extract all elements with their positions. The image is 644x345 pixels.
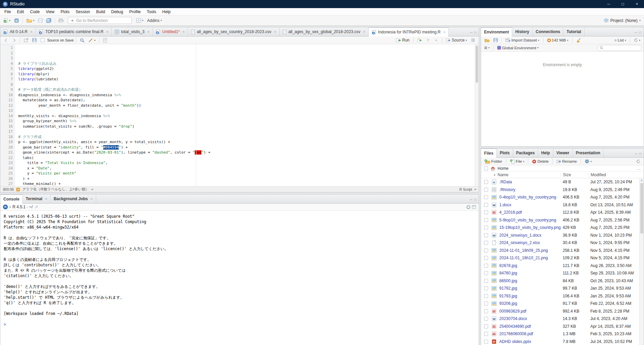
file-name-link[interactable]: PDF201766060008.pdf (491, 331, 561, 336)
close-tab-icon[interactable]: × (30, 30, 32, 34)
clear-objects-button[interactable] (575, 37, 582, 44)
console-tab-background-jobs[interactable]: Background Jobs× (51, 194, 96, 203)
file-type-selector[interactable]: R Script (459, 187, 472, 191)
compile-report-button[interactable] (102, 37, 108, 44)
goto-file-input[interactable]: Go to file/function (68, 17, 132, 24)
new-folder-button[interactable]: Folder (483, 158, 504, 165)
source-button[interactable]: Source ▾ (445, 37, 468, 44)
close-tab-icon[interactable]: × (45, 197, 47, 201)
new-blank-file-button[interactable]: File ▾ (509, 158, 526, 165)
environment-tab-connections[interactable]: Connections (533, 27, 564, 36)
editor-scrollbar-thumb[interactable] (476, 46, 478, 83)
select-all-checkbox[interactable] (484, 166, 488, 170)
files-tab-viewer[interactable]: Viewer (553, 149, 572, 157)
path-home-link[interactable]: Home (498, 166, 508, 171)
pane-minimize-icon[interactable]: ─ (470, 31, 472, 34)
file-row[interactable]: 91793.jpg106.4 KBJan 25, 2024, 9:53 AM (481, 292, 639, 300)
console-tab-console[interactable]: Console (0, 194, 23, 204)
file-row[interactable]: 91792.jpg99.7 KBJan 25, 2024, 9:53 AM (481, 285, 639, 292)
environment-tab-environment[interactable]: Environment (481, 27, 512, 36)
file-name-link[interactable]: PADHD slides.pptx (491, 339, 561, 344)
file-checkbox[interactable] (484, 195, 488, 199)
files-tab-plots[interactable]: Plots (497, 149, 513, 157)
file-name-link[interactable]: 2024-11-01_16h10_21.png (491, 256, 561, 260)
file-name-link[interactable]: 5-9top10_visits_by_country.png (491, 218, 561, 222)
console-maximize-icon[interactable] (472, 205, 476, 209)
file-row[interactable]: .Rhistory19.8 KBAug 9, 2025, 2:49 PM (481, 186, 639, 194)
menu-debug[interactable]: Debug (108, 8, 126, 15)
editor-tab[interactable]: all_ages_by_sex_country_2018-2023.csv× (188, 27, 279, 36)
rerun-button[interactable] (416, 37, 423, 43)
menu-edit[interactable]: Edit (14, 8, 27, 15)
env-language-selector[interactable]: R ▾ (483, 45, 491, 51)
file-name-link[interactable]: 0-4top10_visits_by_country.png (491, 195, 561, 200)
close-tab-icon[interactable]: × (443, 30, 445, 34)
file-row[interactable]: 2024_sinseisyo_2.xlsx30.4 KBNov 1, 2024,… (481, 239, 639, 247)
environment-tab-history[interactable]: History (512, 27, 532, 36)
file-name-link[interactable]: 84760.jpg (491, 271, 561, 275)
file-row[interactable]: PDF25400434690.pdf327 KBApr 14, 2025, 8:… (481, 323, 639, 330)
environment-search-input[interactable] (597, 45, 642, 51)
path-more-icon[interactable]: ... (637, 166, 641, 171)
file-checkbox[interactable] (484, 210, 488, 214)
file-row[interactable]: R.RData49 BJul 27, 2025, 10:24 PM (481, 178, 639, 186)
code-editor[interactable]: # ライブラリ読み込みlibrary(ggplot2)library(dplyr… (15, 44, 479, 186)
file-row[interactable]: W20230704.docx14.3 KBJul 4, 2023, 4:20 A… (481, 315, 639, 323)
file-row[interactable]: W1.docx18.8 KBOct 13, 2024, 10:51 AM (481, 201, 639, 209)
menu-code[interactable]: Code (27, 8, 43, 15)
close-tab-icon[interactable]: × (106, 30, 108, 34)
editor-tab[interactable]: RTOP10 pediatric combine final.R× (36, 27, 112, 36)
close-tab-icon[interactable]: × (274, 30, 276, 34)
column-name[interactable]: ▲Name (491, 172, 561, 177)
menu-profile[interactable]: Profile (126, 8, 144, 15)
close-tab-icon[interactable]: × (363, 30, 365, 34)
file-name-link[interactable]: 91793.jpg (491, 294, 561, 298)
env-load-workspace-button[interactable] (483, 37, 491, 43)
file-checkbox[interactable] (484, 248, 488, 253)
go-next-section-icon[interactable] (433, 37, 440, 43)
files-more-button[interactable]: ▾ (583, 158, 593, 165)
editor-tab[interactable]: RUntitled1*× (153, 27, 188, 36)
editor-tab[interactable]: total_visits_3× (112, 27, 153, 36)
pane-maximize-icon[interactable]: □ (639, 31, 641, 34)
file-checkbox[interactable] (484, 233, 488, 237)
env-save-workspace-button[interactable] (492, 37, 499, 43)
file-row[interactable]: W2024_sinseisyo_1.docx36.9 KBNov 1, 2024… (481, 232, 639, 239)
file-row[interactable]: PDF000963629.pdf992.4 KBFeb 8, 2025, 2:2… (481, 308, 639, 315)
file-row[interactable]: PDF201766060008.pdf1.3 MBFeb 3, 2025, 10… (481, 330, 639, 338)
pane-layout-button[interactable]: ▾ (135, 17, 145, 24)
menu-file[interactable]: File (1, 8, 14, 15)
files-scrollbar-thumb[interactable] (640, 183, 643, 234)
close-tab-icon[interactable]: × (183, 30, 185, 34)
file-row[interactable]: 0-4top10_visits_by_country.png406.5 KBAu… (481, 193, 639, 201)
file-name-link[interactable]: 86500.jpg (491, 278, 561, 283)
file-name-link[interactable]: W2024_sinseisyo_1.docx (491, 233, 561, 238)
files-scrollbar[interactable]: ▲ ▼ (639, 178, 644, 345)
r-version-icon[interactable]: R (3, 205, 8, 209)
file-name-link[interactable]: .Rhistory (491, 187, 561, 192)
editor-scrollbar[interactable] (475, 44, 479, 186)
save-doc-button[interactable] (31, 37, 38, 43)
menu-view[interactable]: View (43, 8, 58, 15)
file-name-link[interactable]: PDF25400434690.pdf (491, 324, 561, 329)
file-name-link[interactable]: 82678.jpg (491, 263, 561, 268)
file-name-link[interactable]: 2024-11-01_16h09_25.png (491, 248, 561, 253)
import-dataset-button[interactable]: Import Dataset ▾ (504, 37, 540, 43)
document-outline-button[interactable] (470, 37, 476, 43)
popout-window-icon[interactable] (23, 37, 30, 43)
close-icon[interactable]: × (630, 0, 644, 8)
file-checkbox[interactable] (484, 324, 488, 328)
run-button[interactable]: Run (395, 37, 411, 44)
file-row[interactable]: 84760.jpg111.2 KBSep 29, 2023, 10:08 AM (481, 269, 639, 277)
open-file-button[interactable]: ▾ (25, 17, 36, 24)
file-checkbox[interactable] (484, 309, 488, 313)
maximize-icon[interactable]: □ (616, 0, 630, 8)
file-name-link[interactable]: W20230704.docx (491, 316, 561, 321)
file-row[interactable]: 5-9top10_visits_by_country.png406.2 KBAu… (481, 216, 639, 224)
pane-maximize-icon[interactable]: □ (639, 152, 641, 156)
env-list-view-button[interactable]: ≡ List ▾ (613, 37, 627, 43)
file-checkbox[interactable] (484, 256, 488, 260)
file-checkbox[interactable] (484, 225, 488, 230)
file-row[interactable]: 2024-11-01_16h09_25.png258.1 KBNov 5, 20… (481, 247, 639, 255)
file-checkbox[interactable] (484, 286, 488, 290)
